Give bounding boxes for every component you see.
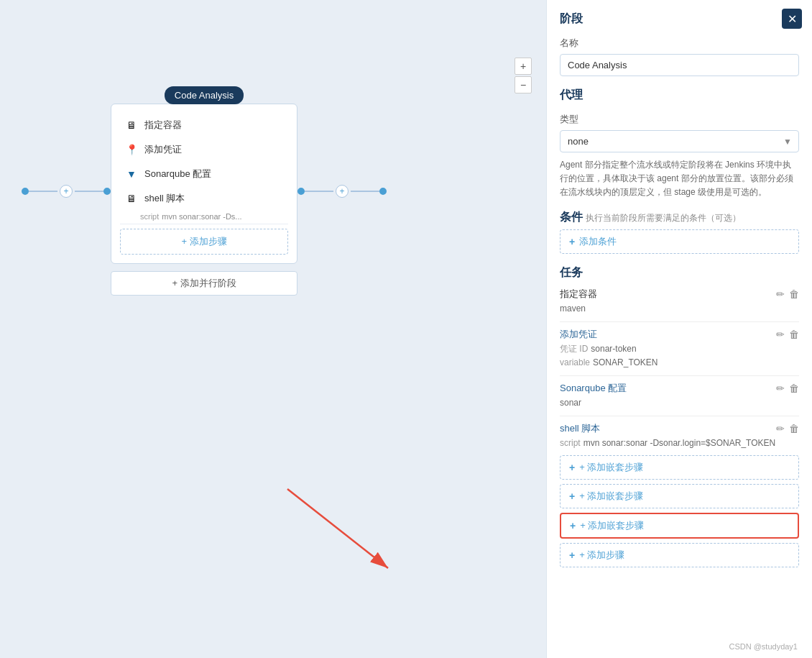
agent-type-label: 类型: [560, 113, 799, 126]
add-step-bottom-button[interactable]: + + 添加步骤: [560, 543, 799, 567]
task-sonarqube-name[interactable]: Sonarqube 配置: [560, 382, 627, 395]
stage-section-label: 阶段: [560, 12, 583, 27]
svg-line-1: [287, 489, 388, 568]
name-field-input[interactable]: [560, 54, 799, 76]
stage-wrapper: Code Analysis 🖥 指定容器 📍 添加凭证 ▼ Sonarqube …: [111, 86, 297, 296]
add-condition-label: 添加条件: [579, 235, 617, 248]
step-shell-script: scriptmvn sonar:sonar -Ds...: [140, 212, 288, 221]
step-sonarqube-label: Sonarqube 配置: [144, 168, 211, 181]
task-shell-actions: ✏ 🗑: [776, 423, 799, 434]
add-condition-button[interactable]: + 添加条件: [560, 229, 799, 254]
nested-btn-1-label: + 添加嵌套步骤: [579, 461, 643, 474]
add-nested-btn-3[interactable]: + + 添加嵌套步骤: [560, 513, 799, 539]
delete-container-icon[interactable]: 🗑: [789, 288, 799, 300]
container-icon: 🖥: [124, 118, 139, 132]
canvas-area: + − + Code Analysis 🖥 指定容器: [0, 0, 546, 658]
tasks-section-title: 任务: [560, 265, 799, 280]
task-shell-detail: scriptmvn sonar:sonar -Dsonar.login=$SON…: [560, 437, 799, 450]
step-credentials-label: 添加凭证: [144, 143, 182, 156]
right-panel: ✕ 阶段 🗑 名称 代理 类型 none any docker label ▼: [546, 0, 812, 658]
step-sonarqube[interactable]: ▼ Sonarqube 配置: [120, 162, 288, 186]
zoom-controls: + −: [515, 58, 532, 93]
step-container-label: 指定容器: [144, 119, 182, 132]
line-left-2: [75, 191, 103, 192]
delete-shell-icon[interactable]: 🗑: [789, 423, 799, 434]
close-icon: ✕: [788, 12, 797, 26]
add-step-bottom-label: + 添加步骤: [579, 549, 624, 562]
task-container-detail: maven: [560, 302, 799, 316]
left-connector: +: [22, 185, 111, 198]
agent-description: Agent 部分指定整个流水线或特定阶段将在 Jenkins 环境中执行的位置，…: [560, 158, 799, 200]
add-nested-btn-2[interactable]: + + 添加嵌套步骤: [560, 484, 799, 508]
delete-sonarqube-icon[interactable]: 🗑: [789, 383, 799, 394]
task-shell-row: shell 脚本 ✏ 🗑: [560, 422, 799, 435]
task-shell-name[interactable]: shell 脚本: [560, 422, 600, 435]
nested-plus-1: +: [569, 462, 575, 473]
shell-icon: 🖥: [124, 191, 139, 206]
step-bottom-plus: +: [569, 549, 575, 561]
task-container: 指定容器 ✏ 🗑 maven: [560, 288, 799, 316]
step-shell-label: shell 脚本: [144, 192, 185, 205]
left-dot: [22, 188, 29, 195]
add-nested-btn-1[interactable]: + + 添加嵌套步骤: [560, 455, 799, 480]
task-sonarqube-actions: ✏ 🗑: [776, 383, 799, 394]
task-divider-2: [560, 375, 799, 376]
add-step-button[interactable]: + 添加步骤: [120, 229, 288, 255]
task-container-row: 指定容器 ✏ 🗑: [560, 288, 799, 301]
pipeline-container: + Code Analysis 🖥 指定容器 📍 添加凭证: [22, 86, 387, 296]
line-left-1: [29, 191, 57, 192]
agent-section-title: 代理: [560, 88, 799, 103]
add-parallel-button[interactable]: + 添加并行阶段: [111, 271, 297, 296]
sonarqube-icon: ▼: [124, 167, 139, 181]
agent-section: 代理 类型 none any docker label ▼ Agent 部分指定…: [560, 88, 799, 200]
step-shell[interactable]: 🖥 shell 脚本: [120, 186, 288, 211]
edit-credentials-icon[interactable]: ✏: [776, 329, 785, 340]
task-container-name[interactable]: 指定容器: [560, 288, 597, 301]
stage-card: 🖥 指定容器 📍 添加凭证 ▼ Sonarqube 配置 🖥 shell 脚本: [111, 104, 297, 264]
connector-dot-left: [103, 188, 111, 195]
zoom-out-button[interactable]: −: [515, 76, 532, 93]
agent-section-label: 代理: [560, 88, 583, 103]
conditions-section: 条件 执行当前阶段所需要满足的条件（可选）: [560, 210, 799, 225]
task-divider-1: [560, 321, 799, 322]
add-before-button[interactable]: +: [60, 185, 73, 198]
task-credentials-row: 添加凭证 ✏ 🗑: [560, 328, 799, 341]
nested-btn-3-label: + 添加嵌套步骤: [580, 519, 644, 532]
panel-close-button[interactable]: ✕: [782, 9, 802, 29]
stage-label: Code Analysis: [165, 86, 244, 104]
connector-dot-right: [297, 188, 305, 195]
agent-type-select-wrapper: none any docker label ▼: [560, 130, 799, 152]
step-container[interactable]: 🖥 指定容器: [120, 113, 288, 137]
task-credentials: 添加凭证 ✏ 🗑 凭证 IDsonar-token variableSONAR_…: [560, 328, 799, 370]
right-connector: +: [297, 185, 387, 198]
task-container-actions: ✏ 🗑: [776, 288, 799, 300]
name-field-label: 名称: [560, 37, 799, 50]
task-sonarqube-row: Sonarqube 配置 ✏ 🗑: [560, 382, 799, 395]
stage-section-title: 阶段 🗑: [560, 12, 799, 27]
edit-sonarqube-icon[interactable]: ✏: [776, 383, 785, 394]
line-right-2: [351, 191, 379, 192]
task-sonarqube-detail: sonar: [560, 396, 799, 410]
step-credentials[interactable]: 📍 添加凭证: [120, 137, 288, 162]
nested-plus-3: +: [570, 520, 576, 531]
task-sonarqube: Sonarqube 配置 ✏ 🗑 sonar: [560, 382, 799, 410]
watermark: CSDN @studyday1: [729, 642, 798, 651]
credentials-icon: 📍: [124, 142, 139, 157]
agent-type-select[interactable]: none any docker label: [560, 130, 799, 152]
conditions-title: 条件 执行当前阶段所需要满足的条件（可选）: [560, 210, 741, 225]
line-right-1: [305, 191, 333, 192]
task-shell: shell 脚本 ✏ 🗑 scriptmvn sonar:sonar -Dson…: [560, 422, 799, 450]
edit-shell-icon[interactable]: ✏: [776, 423, 785, 434]
nested-btn-2-label: + 添加嵌套步骤: [579, 490, 643, 503]
task-credentials-detail: 凭证 IDsonar-token variableSONAR_TOKEN: [560, 342, 799, 370]
nested-plus-2: +: [569, 490, 575, 502]
add-after-button[interactable]: +: [336, 185, 349, 198]
task-credentials-name[interactable]: 添加凭证: [560, 328, 597, 341]
panel-content: 阶段 🗑 名称 代理 类型 none any docker label ▼ Ag…: [547, 0, 812, 586]
zoom-in-button[interactable]: +: [515, 58, 532, 75]
plus-icon: +: [569, 236, 575, 247]
task-divider-3: [560, 416, 799, 416]
delete-credentials-icon[interactable]: 🗑: [789, 329, 799, 340]
step-divider: [120, 224, 288, 224]
edit-container-icon[interactable]: ✏: [776, 288, 785, 300]
